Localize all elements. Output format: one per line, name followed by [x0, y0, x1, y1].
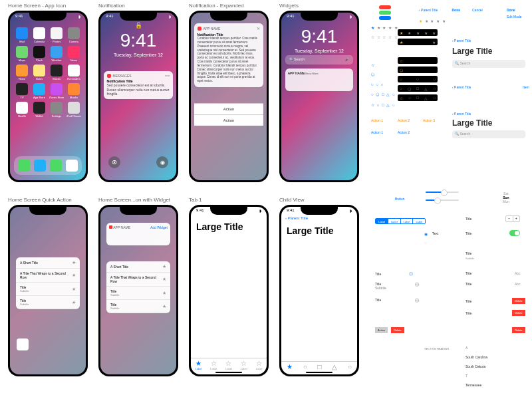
app-wallet[interactable]: Wallet [31, 102, 47, 118]
phone-child: 9:41◗ ‹ Parent Title Large Title ★ ○ □ △… [279, 205, 359, 376]
app-app store[interactable]: App Store [31, 83, 47, 99]
action-button-2[interactable]: Action [194, 114, 264, 126]
clock-time: 9:41 [100, 30, 176, 51]
badges [379, 5, 391, 21]
section-header: SECTION HEADING [424, 347, 449, 350]
nav-done: ‹ Parent Title Done [419, 8, 460, 12]
expanded-notif-card[interactable]: APP NAME✕ Notification Title Curabitur b… [194, 23, 264, 87]
phone-quick-widget: APP NAMEAdd Widget A Short Title★A Title… [98, 205, 178, 376]
app-home[interactable]: Home [14, 65, 30, 80]
search-bar[interactable]: 🔍 Search [452, 60, 525, 68]
search-field[interactable]: 🔍 Search🎤 [285, 55, 354, 65]
home-indicator[interactable] [215, 372, 242, 373]
action-button-1[interactable]: Action [194, 103, 264, 114]
dark-tabs: ★★★★★ [398, 29, 438, 36]
phone-widgets: 9:41◗ 9:41 Tuesday, September 12 🔍 Searc… [279, 11, 359, 182]
app-icon-highlight[interactable] [17, 338, 29, 350]
back-button[interactable]: ‹ Parent Title [285, 216, 308, 220]
quick-action-item[interactable]: TitleSubtitle★ [16, 296, 80, 309]
label-tab1: Tab 1 [189, 197, 202, 203]
quick-action-item[interactable]: A Title That Wraps to a Second Row★ [16, 269, 80, 283]
dock-phone[interactable] [18, 160, 30, 172]
app-notes[interactable]: Notes [31, 65, 47, 80]
info-icon[interactable]: ⓘ [409, 272, 413, 276]
app-camera[interactable]: Camera [66, 27, 82, 43]
expanded-notif-screen: APP NAME✕ Notification Title Curabitur b… [191, 13, 267, 180]
app-stocks[interactable]: Stocks [49, 65, 65, 80]
widget-card[interactable]: APP NAMEShow More [285, 68, 354, 91]
lock-screen: 9:41◗ 🔓 9:41 Tuesday, September 12 MESSA… [100, 13, 176, 180]
clock-date: Tuesday, September 12 [100, 53, 176, 57]
phone-notif-expanded: APP NAME✕ Notification Title Curabitur b… [189, 11, 269, 182]
app-mail[interactable]: Mail [14, 27, 30, 43]
label-quick-widget: Home Screen...on with Widget [98, 197, 170, 203]
quick-action-item[interactable]: A Short Title★ [106, 261, 170, 273]
design-canvas: Home Screen - App Icon Notification Noti… [0, 0, 532, 399]
quick-action-item[interactable]: TitleSubtitle★ [16, 283, 80, 296]
slider-1[interactable] [426, 192, 459, 193]
home-screen: 9:41◗ MailCalendarPhotosCameraMapsClockW… [10, 13, 86, 180]
button-label[interactable]: Button [395, 197, 404, 201]
dock-messages[interactable] [50, 160, 62, 172]
widget-preview: APP NAMEAdd Widget [106, 223, 170, 245]
app-ipod classic[interactable]: iPod Classic [66, 102, 82, 118]
quick-action-item[interactable]: A Title That Wraps to a Second Row★ [106, 273, 170, 287]
quick-action-item[interactable]: TitleSubtitle★ [106, 300, 170, 313]
label-quick: Home Screen Quick Action [8, 197, 72, 203]
label-child: Child View [279, 197, 305, 203]
dock-safari[interactable] [34, 160, 46, 172]
phone-tab1: 9:41◗ Large Title ★Label ☆Label ☆Label ☆… [189, 205, 269, 376]
radio-off[interactable]: ○ [424, 241, 427, 245]
phone-notification: 9:41◗ 🔓 9:41 Tuesday, September 12 MESSA… [98, 11, 178, 182]
phone-quick-action: A Short Title★A Title That Wraps to a Se… [8, 205, 88, 376]
lock-icon: 🔓 [100, 22, 176, 29]
nav-cancel[interactable]: Cancel [472, 8, 483, 12]
star-rating[interactable]: ★ ★ ★ ★ ★ [371, 25, 398, 30]
label-notif: Notification [98, 3, 125, 9]
quick-action-item[interactable]: A Short Title★ [16, 257, 80, 269]
label-home: Home Screen - App Icon [8, 3, 66, 9]
tab-2[interactable]: ☆Label [210, 360, 217, 370]
segmented-control[interactable]: LabelLabelLabelLabel [375, 218, 426, 224]
tab-3[interactable]: ☆Label [225, 360, 232, 370]
label-notif-exp: Notification - Expanded [189, 3, 244, 9]
app-settings[interactable]: Settings [49, 102, 65, 118]
tab-4[interactable]: ☆Label [241, 360, 247, 370]
flashlight-button[interactable]: ⦿ [108, 156, 120, 168]
radio-on[interactable]: ◉ [424, 231, 428, 236]
stepper[interactable]: −+ [505, 215, 520, 222]
app-news[interactable]: News [66, 46, 82, 62]
large-title: Large Title [191, 219, 267, 235]
app-clock[interactable]: Clock [31, 46, 47, 62]
app-photos[interactable]: Photos [49, 27, 65, 43]
tab-1[interactable]: ★Label [196, 360, 202, 370]
dock [14, 156, 82, 175]
widget-screen: 9:41◗ 9:41 Tuesday, September 12 🔍 Searc… [281, 13, 357, 180]
app-calendar[interactable]: Calendar [31, 27, 47, 43]
notch [210, 13, 247, 21]
slider-2[interactable] [426, 200, 459, 201]
app-grid: MailCalendarPhotosCameraMapsClockWeather… [10, 27, 86, 118]
app-health[interactable]: Health [14, 102, 30, 118]
tab-bar: ★ ○ □ △ ○ [281, 361, 357, 370]
app-reminders[interactable]: Reminders [66, 65, 82, 80]
tab-5[interactable]: ☆Label [256, 360, 263, 370]
app-weather[interactable]: Weather [49, 46, 65, 62]
app-tv[interactable]: TV [14, 83, 30, 99]
app-maps[interactable]: Maps [14, 46, 30, 62]
app-ibooks[interactable]: iBooks [66, 83, 82, 99]
notch [120, 13, 157, 21]
quick-action-item[interactable]: TitleSubtitle★ [106, 287, 170, 300]
camera-button[interactable]: ◉ [156, 156, 168, 168]
dock-music[interactable] [66, 160, 78, 172]
app-icon-dot [107, 74, 111, 78]
app-itunes store[interactable]: iTunes Store [49, 83, 65, 99]
action-sheet: Action Action [194, 103, 264, 126]
phone-home: 9:41◗ MailCalendarPhotosCameraMapsClockW… [8, 11, 88, 182]
tab-bar: ★Label ☆Label ☆Label ☆Label ☆Label [191, 358, 267, 370]
quick-action-menu-2: A Short Title★A Title That Wraps to a Se… [106, 261, 170, 313]
notification-card[interactable]: MESSAGES now Notification Title Sed posu… [104, 71, 174, 99]
delete-button[interactable]: Delete [512, 298, 525, 304]
switch[interactable] [509, 230, 520, 236]
day-picker[interactable]: SatSunMon [503, 192, 509, 203]
